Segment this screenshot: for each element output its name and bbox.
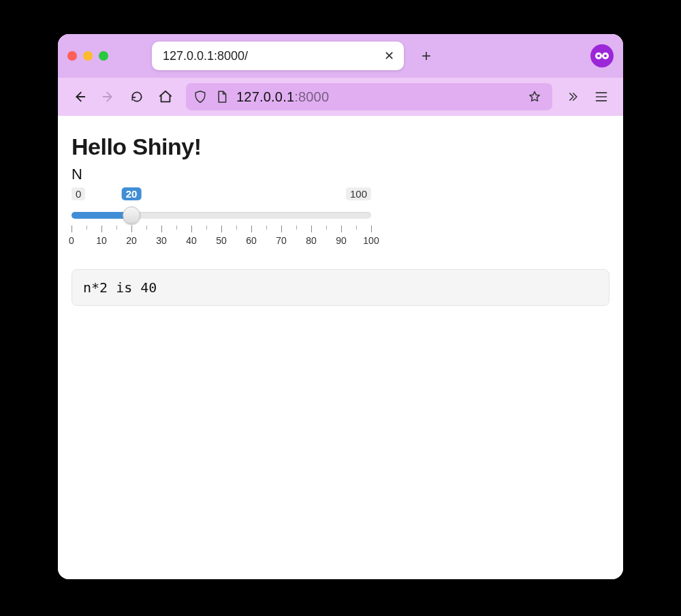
home-button[interactable] (153, 84, 178, 109)
tick-minor (356, 226, 357, 230)
chevrons-right-icon (566, 90, 580, 104)
slider-thumb[interactable] (123, 206, 140, 224)
tick-label: 10 (96, 235, 107, 246)
shield-icon[interactable] (193, 90, 208, 104)
tick-minor (116, 226, 117, 230)
slider-min-label: 0 (72, 187, 85, 200)
url-host: 127.0.0.1 (236, 89, 294, 104)
tick-major (371, 226, 372, 232)
page-title: Hello Shiny! (72, 134, 609, 160)
slider-value-bubble: 20 (122, 187, 142, 200)
tick-major (131, 226, 132, 232)
profile-button[interactable] (590, 44, 614, 67)
url-text: 127.0.0.1:8000 (236, 89, 521, 105)
overflow-button[interactable] (560, 84, 585, 109)
page-icon (215, 90, 229, 104)
tick-major (251, 226, 252, 232)
star-icon (528, 90, 541, 104)
url-bar[interactable]: 127.0.0.1:8000 (186, 83, 552, 110)
tick-minor (176, 226, 177, 230)
reload-button[interactable] (125, 84, 149, 109)
tick-label: 70 (276, 235, 287, 246)
new-tab-button[interactable]: + (416, 46, 437, 66)
arrow-right-icon (101, 89, 116, 104)
bookmark-button[interactable] (528, 90, 545, 104)
slider-label: N (72, 166, 609, 183)
tick-major (311, 226, 312, 232)
arrow-left-icon (72, 89, 87, 104)
tick-minor (206, 226, 207, 230)
maximize-window-button[interactable] (99, 51, 108, 61)
minimize-window-button[interactable] (83, 51, 93, 61)
tick-major (191, 226, 192, 232)
tick-label: 60 (246, 235, 257, 246)
tick-label: 50 (216, 235, 227, 246)
home-icon (158, 89, 173, 104)
titlebar: 127.0.0.1:8000/ ✕ + (58, 34, 623, 78)
browser-window: 127.0.0.1:8000/ ✕ + (58, 34, 623, 579)
close-window-button[interactable] (67, 51, 77, 61)
browser-tab[interactable]: 127.0.0.1:8000/ ✕ (152, 42, 404, 70)
page-content: Hello Shiny! N 0 20 100 0102030405060708… (58, 116, 623, 579)
url-port: :8000 (294, 89, 329, 104)
tick-major (101, 226, 102, 232)
window-controls (67, 51, 108, 61)
slider[interactable]: 0 20 100 0102030405060708090100 (72, 187, 371, 250)
tick-label: 80 (306, 235, 317, 246)
tick-major (221, 226, 222, 232)
tab-title: 127.0.0.1:8000/ (163, 49, 381, 63)
close-tab-button[interactable]: ✕ (381, 48, 397, 63)
back-button[interactable] (67, 84, 92, 109)
tick-label: 0 (69, 235, 74, 246)
hamburger-icon (595, 91, 608, 103)
tick-minor (266, 226, 267, 230)
tick-major (161, 226, 162, 232)
output-text: n*2 is 40 (72, 269, 609, 306)
slider-ticks: 0102030405060708090100 (72, 226, 371, 250)
tick-major (72, 226, 72, 232)
tick-label: 90 (336, 235, 347, 246)
reload-icon (130, 90, 144, 104)
tick-minor (146, 226, 147, 230)
tick-minor (296, 226, 297, 230)
tick-label: 100 (363, 235, 379, 246)
tick-minor (86, 226, 87, 230)
tick-label: 20 (126, 235, 137, 246)
slider-max-label: 100 (346, 187, 371, 200)
slider-value-row: 0 20 100 (72, 187, 371, 205)
menu-button[interactable] (589, 84, 614, 109)
tick-minor (236, 226, 237, 230)
slider-track-area[interactable] (72, 206, 371, 224)
tick-major (341, 226, 342, 232)
forward-button[interactable] (96, 84, 121, 109)
tick-label: 40 (186, 235, 197, 246)
tick-major (281, 226, 282, 232)
tick-label: 30 (156, 235, 167, 246)
incognito-icon (595, 51, 609, 61)
tick-minor (326, 226, 327, 230)
toolbar: 127.0.0.1:8000 (58, 78, 623, 116)
